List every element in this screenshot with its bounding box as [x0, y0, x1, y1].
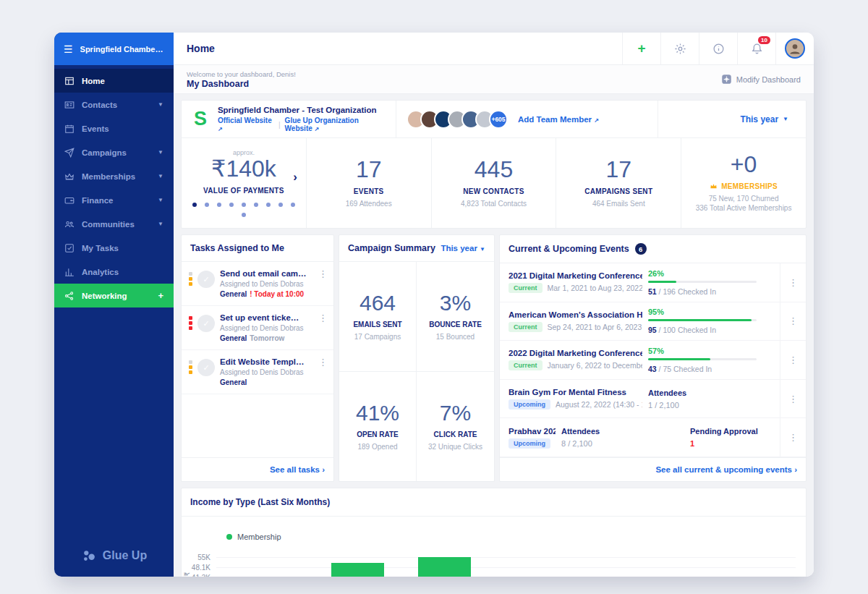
pagination-dot[interactable]: [217, 203, 221, 207]
membership-income-bar[interactable]: [331, 563, 384, 577]
chevron-down-icon: ▼: [158, 221, 163, 227]
kebab-menu-icon[interactable]: ⋮: [780, 418, 806, 457]
sidebar-item-my-tasks[interactable]: My Tasks: [54, 236, 174, 260]
task-check-circle[interactable]: ✓: [197, 271, 215, 288]
bell-icon: [751, 43, 763, 55]
chart-gridline: [216, 557, 796, 558]
glueup-logo-text: Glue Up: [103, 549, 147, 562]
main-area: Home + 10 Welcome to your dashboard, Den…: [174, 33, 814, 577]
chevron-down-icon: ▼: [158, 197, 163, 203]
event-row[interactable]: Prabhav 2022 UpcomingSeptember 12 & 13, …: [500, 418, 806, 457]
sidebar-item-analytics[interactable]: Analytics: [54, 260, 174, 284]
sidebar-item-memberships[interactable]: Memberships▼: [54, 164, 174, 188]
crown-icon: [710, 182, 718, 190]
sidebar-item-networking[interactable]: Networking+: [54, 284, 174, 307]
glueup-org-website-link[interactable]: Glue Up Organization Website ↗: [285, 116, 387, 132]
kebab-menu-icon[interactable]: ⋮: [780, 302, 806, 341]
task-row[interactable]: ✓ Send out email cam… Assigned to Denis …: [182, 262, 333, 306]
info-button[interactable]: [699, 33, 737, 64]
event-row[interactable]: Brain Gym For Mental Fitness UpcomingAug…: [500, 380, 806, 419]
kebab-menu-icon[interactable]: ⋮: [780, 263, 806, 302]
profile-button[interactable]: [775, 33, 814, 64]
modify-gear-icon: [721, 74, 732, 85]
org-brand-name: Springfield Chambe…: [80, 45, 163, 54]
pagination-dot[interactable]: [254, 203, 258, 207]
external-link-icon: ↗: [218, 126, 223, 132]
y-axis-tick: 48.1K: [182, 564, 210, 572]
plus-icon[interactable]: +: [158, 290, 163, 301]
task-row[interactable]: ✓ Edit Website Templ… Assigned to Denis …: [182, 350, 333, 394]
team-avatars[interactable]: +605: [407, 110, 508, 129]
add-team-member-link[interactable]: Add Team Member ↗: [518, 115, 599, 124]
pagination-dot[interactable]: [192, 203, 197, 207]
home-icon: [64, 76, 75, 86]
click-rate-cell: 7%CLICK RATE32 Unique Clicks: [417, 372, 494, 481]
avatar-overflow-badge[interactable]: +605: [489, 110, 508, 129]
income-chart: Membership ₹ 55K48.1K41.3K: [182, 517, 806, 577]
sidebar-item-campaigns[interactable]: Campaigns▼: [54, 140, 174, 164]
period-dropdown[interactable]: This year ▼: [658, 101, 806, 137]
welcome-text: Welcome to your dashboard, Denis!: [187, 70, 721, 78]
stat-value-of-payments: approx. ₹140k VALUE OF PAYMENTS ›: [182, 138, 307, 228]
sidebar-item-contacts[interactable]: Contacts▼: [54, 93, 174, 116]
settings-button[interactable]: [660, 33, 699, 64]
status-badge: Current: [509, 283, 542, 293]
y-axis-tick: 41.3K: [182, 574, 210, 577]
kebab-menu-icon[interactable]: ⋮: [318, 357, 328, 386]
pagination-dot[interactable]: [242, 203, 246, 207]
task-row[interactable]: ✓ Set up event ticke… Assigned to Denis …: [182, 306, 333, 350]
campaign-period-dropdown[interactable]: This year ▼: [441, 244, 485, 253]
status-badge: Upcoming: [509, 399, 550, 410]
pagination-dot[interactable]: [278, 203, 283, 207]
plus-icon: +: [637, 41, 645, 56]
notification-badge: 10: [758, 36, 770, 44]
add-button[interactable]: +: [622, 33, 660, 64]
sidebar-item-events[interactable]: Events: [54, 116, 174, 140]
task-check-circle[interactable]: ✓: [197, 315, 215, 332]
kebab-menu-icon[interactable]: ⋮: [318, 313, 328, 342]
pagination-dot[interactable]: [229, 203, 234, 207]
kebab-menu-icon[interactable]: ⋮: [780, 341, 806, 379]
task-check-circle[interactable]: ✓: [197, 359, 215, 376]
page-title: Home: [174, 33, 622, 64]
see-all-events-link[interactable]: See all current & upcoming events ›: [500, 457, 806, 481]
chart-legend[interactable]: Membership: [226, 533, 281, 541]
y-axis-tick: 55K: [182, 553, 210, 561]
share-icon: [64, 291, 75, 301]
modify-dashboard-label: Modify Dashboard: [736, 75, 801, 84]
pagination-dot[interactable]: [291, 203, 295, 207]
pagination-dot[interactable]: [205, 203, 209, 207]
external-link-icon: ↗: [594, 117, 599, 124]
see-all-tasks-link[interactable]: See all tasks ›: [182, 457, 333, 481]
chart-gridline: [216, 567, 796, 568]
event-row[interactable]: 2021 Digital Marketing Conference Curren…: [500, 263, 806, 302]
modify-dashboard-button[interactable]: Modify Dashboard: [721, 74, 801, 85]
chevron-down-icon: ▼: [783, 116, 788, 122]
kebab-menu-icon[interactable]: ⋮: [318, 269, 328, 298]
people-icon: [64, 219, 75, 229]
event-row[interactable]: 2022 Digital Marketing Conference… Curre…: [500, 341, 806, 380]
pagination-dot[interactable]: [242, 213, 246, 217]
pagination-dot[interactable]: [266, 203, 271, 207]
event-row[interactable]: American Women's Association Hong… Curre…: [500, 302, 806, 341]
events-count-badge: 6: [635, 243, 647, 255]
person-icon: [788, 41, 802, 56]
kebab-menu-icon[interactable]: ⋮: [780, 380, 806, 418]
sidebar-item-communities[interactable]: Communities▼: [54, 212, 174, 236]
stat-events: 17 EVENTS 169 Attendees: [307, 138, 432, 228]
next-stat-chevron[interactable]: ›: [293, 170, 297, 184]
hamburger-icon[interactable]: ☰: [64, 44, 73, 54]
org-logo: S: [190, 108, 210, 130]
stats-pagination[interactable]: [189, 203, 299, 217]
tasks-panel: Tasks Assigned to Me ✓ Send out email ca…: [181, 234, 334, 482]
sidebar-item-finance[interactable]: Finance▼: [54, 188, 174, 212]
notifications-button[interactable]: 10: [737, 33, 775, 64]
official-website-link[interactable]: Official Website ↗: [218, 116, 274, 132]
sidebar-brand[interactable]: ☰ Springfield Chambe…: [54, 33, 174, 65]
sidebar-item-home[interactable]: Home: [54, 69, 174, 93]
priority-indicator: [189, 269, 192, 298]
sidebar-nav: HomeContacts▼EventsCampaigns▼Memberships…: [54, 65, 174, 535]
membership-income-bar[interactable]: [418, 557, 471, 577]
sidebar: ☰ Springfield Chambe… HomeContacts▼Event…: [54, 33, 174, 577]
dashboard-content: S Springfield Chamber - Test Organizatio…: [174, 94, 814, 577]
